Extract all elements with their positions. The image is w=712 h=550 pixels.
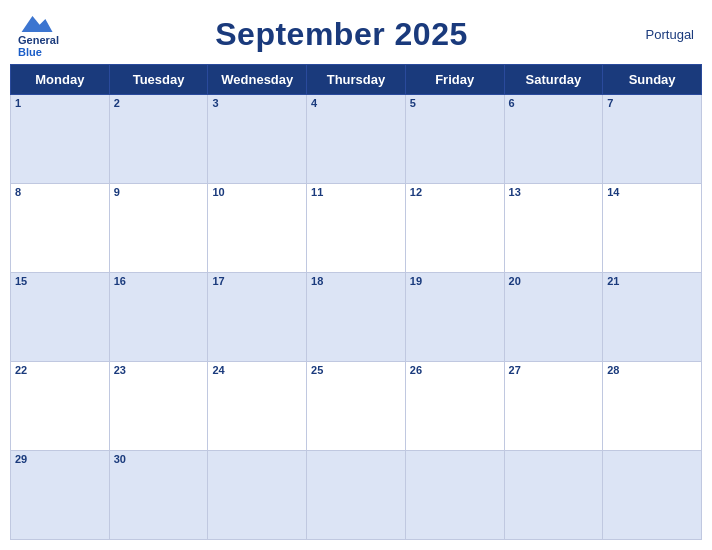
date-number: 1 <box>15 97 105 109</box>
calendar-cell: 12 <box>405 184 504 273</box>
calendar-cell <box>307 451 406 540</box>
date-number: 10 <box>212 186 302 198</box>
date-number: 14 <box>607 186 697 198</box>
date-number: 23 <box>114 364 204 376</box>
calendar-cell: 24 <box>208 362 307 451</box>
date-number: 5 <box>410 97 500 109</box>
date-number: 22 <box>15 364 105 376</box>
header-friday: Friday <box>405 65 504 95</box>
week-row-5: 2930 <box>11 451 702 540</box>
week-row-4: 22232425262728 <box>11 362 702 451</box>
calendar-cell: 8 <box>11 184 110 273</box>
calendar-cell: 22 <box>11 362 110 451</box>
calendar-cell: 5 <box>405 95 504 184</box>
logo-blue: Blue <box>18 46 59 58</box>
calendar-cell: 29 <box>11 451 110 540</box>
date-number: 7 <box>607 97 697 109</box>
date-number: 28 <box>607 364 697 376</box>
logo-general: General <box>18 34 59 46</box>
date-number: 12 <box>410 186 500 198</box>
date-number: 27 <box>509 364 599 376</box>
week-row-2: 891011121314 <box>11 184 702 273</box>
calendar-title: September 2025 <box>59 16 624 53</box>
calendar-page: General Blue September 2025 Portugal Mon… <box>0 0 712 550</box>
header-monday: Monday <box>11 65 110 95</box>
date-number: 30 <box>114 453 204 465</box>
calendar-cell: 2 <box>109 95 208 184</box>
calendar-cell: 9 <box>109 184 208 273</box>
date-number: 3 <box>212 97 302 109</box>
calendar-cell: 18 <box>307 273 406 362</box>
calendar-cell: 16 <box>109 273 208 362</box>
date-number: 9 <box>114 186 204 198</box>
header-tuesday: Tuesday <box>109 65 208 95</box>
header-saturday: Saturday <box>504 65 603 95</box>
calendar-cell: 25 <box>307 362 406 451</box>
calendar-cell: 30 <box>109 451 208 540</box>
date-number: 6 <box>509 97 599 109</box>
calendar-container: Monday Tuesday Wednesday Thursday Friday… <box>0 64 712 550</box>
calendar-cell: 14 <box>603 184 702 273</box>
header-wednesday: Wednesday <box>208 65 307 95</box>
calendar-header: General Blue September 2025 Portugal <box>0 0 712 64</box>
date-number: 11 <box>311 186 401 198</box>
calendar-cell: 1 <box>11 95 110 184</box>
week-row-1: 1234567 <box>11 95 702 184</box>
date-number: 29 <box>15 453 105 465</box>
calendar-cell <box>603 451 702 540</box>
calendar-table: Monday Tuesday Wednesday Thursday Friday… <box>10 64 702 540</box>
calendar-cell: 19 <box>405 273 504 362</box>
calendar-cell: 20 <box>504 273 603 362</box>
date-number: 21 <box>607 275 697 287</box>
calendar-cell: 27 <box>504 362 603 451</box>
date-number: 8 <box>15 186 105 198</box>
calendar-cell: 28 <box>603 362 702 451</box>
calendar-cell: 15 <box>11 273 110 362</box>
date-number: 26 <box>410 364 500 376</box>
date-number: 18 <box>311 275 401 287</box>
calendar-cell <box>405 451 504 540</box>
calendar-cell: 17 <box>208 273 307 362</box>
date-number: 2 <box>114 97 204 109</box>
country-label: Portugal <box>624 27 694 42</box>
date-number: 19 <box>410 275 500 287</box>
calendar-cell <box>504 451 603 540</box>
calendar-cell: 6 <box>504 95 603 184</box>
calendar-cell: 13 <box>504 184 603 273</box>
header-sunday: Sunday <box>603 65 702 95</box>
calendar-cell: 4 <box>307 95 406 184</box>
date-number: 17 <box>212 275 302 287</box>
calendar-cell: 23 <box>109 362 208 451</box>
date-number: 25 <box>311 364 401 376</box>
title-area: September 2025 <box>59 16 624 53</box>
header-thursday: Thursday <box>307 65 406 95</box>
date-number: 15 <box>15 275 105 287</box>
logo-area: General Blue <box>18 10 59 58</box>
date-number: 13 <box>509 186 599 198</box>
calendar-cell: 26 <box>405 362 504 451</box>
calendar-cell: 3 <box>208 95 307 184</box>
date-number: 24 <box>212 364 302 376</box>
day-header-row: Monday Tuesday Wednesday Thursday Friday… <box>11 65 702 95</box>
week-row-3: 15161718192021 <box>11 273 702 362</box>
calendar-cell: 11 <box>307 184 406 273</box>
date-number: 20 <box>509 275 599 287</box>
calendar-cell: 21 <box>603 273 702 362</box>
svg-marker-0 <box>22 16 53 32</box>
date-number: 4 <box>311 97 401 109</box>
date-number: 16 <box>114 275 204 287</box>
calendar-cell: 7 <box>603 95 702 184</box>
calendar-cell: 10 <box>208 184 307 273</box>
calendar-cell <box>208 451 307 540</box>
